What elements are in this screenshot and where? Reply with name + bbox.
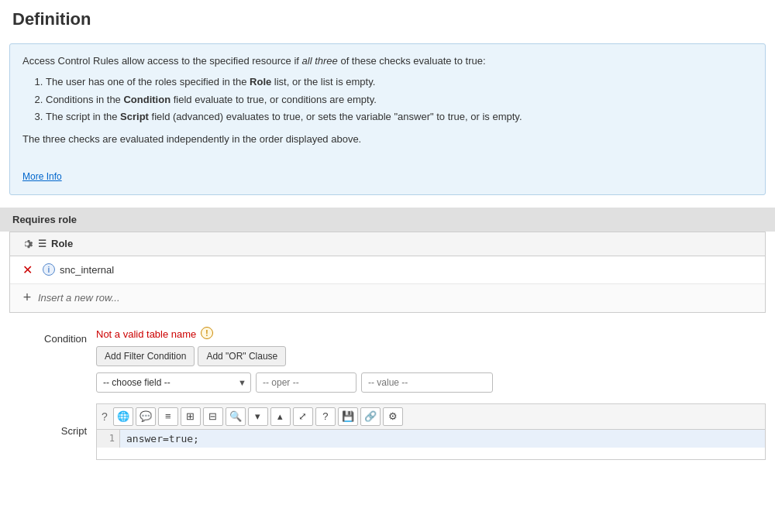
condition-label: Condition	[9, 327, 87, 345]
line-numbers: 1	[97, 430, 120, 448]
script-editor-content: 1 answer=true;	[97, 430, 765, 448]
field-select[interactable]: -- choose field --	[96, 372, 251, 393]
role-value: snc_internal	[60, 264, 114, 276]
info-item-3: The script in the Script field (advanced…	[46, 109, 753, 125]
menu-icon: ☰	[38, 239, 46, 249]
comment-toolbar-btn[interactable]: 💬	[136, 407, 156, 426]
search-toolbar-btn[interactable]: 🔍	[226, 407, 246, 426]
value-input[interactable]	[361, 372, 493, 393]
more-info-link[interactable]: More Info	[22, 171, 62, 182]
save-toolbar-btn[interactable]: 💾	[338, 407, 358, 426]
condition-content: Not a valid table name ! Add Filter Cond…	[96, 327, 766, 393]
svg-text:!: !	[206, 329, 208, 338]
help-toolbar-btn[interactable]: ?	[315, 407, 336, 426]
role-col-label: ☰ Role	[38, 238, 73, 249]
insert-row[interactable]: + Insert a new row...	[10, 284, 765, 312]
expand-toolbar-btn[interactable]: ⤢	[293, 407, 313, 426]
table-row: ✕ i snc_internal	[10, 256, 765, 284]
script-toolbar: ? 🌐 💬 ≡ ⊞ ⊟ 🔍 ▾ ▴ ⤢ ? 💾 🔗 ⚙	[96, 403, 766, 429]
code-area[interactable]: answer=true;	[120, 430, 765, 448]
script-label: Script	[9, 403, 87, 437]
code-toolbar-btn[interactable]: ≡	[158, 407, 178, 426]
info-box: Access Control Rules allow access to the…	[9, 43, 766, 195]
not-valid-text: Not a valid table name	[96, 328, 196, 340]
link-toolbar-btn[interactable]: 🔗	[360, 407, 381, 426]
oper-input[interactable]	[256, 372, 356, 393]
add-row-button[interactable]: +	[16, 290, 38, 306]
delete-row-button[interactable]: ✕	[16, 263, 38, 277]
add-filter-condition-button[interactable]: Add Filter Condition	[96, 346, 195, 366]
info-note: The three checks are evaluated independe…	[22, 132, 753, 148]
globe-toolbar-btn[interactable]: 🌐	[113, 407, 133, 426]
insert-toolbar-btn[interactable]: ⊞	[181, 407, 201, 426]
settings-toolbar-btn[interactable]: ⚙	[383, 407, 403, 426]
info-intro: Access Control Rules allow access to the…	[22, 53, 753, 70]
add-or-clause-button[interactable]: Add "OR" Clause	[198, 346, 286, 366]
condition-section: Condition Not a valid table name ! Add F…	[9, 327, 766, 393]
role-column-header: ☰ Role	[10, 232, 765, 256]
requires-role-header: Requires role	[0, 208, 775, 232]
script-editor[interactable]: 1 answer=true;	[96, 429, 766, 460]
row-info-button[interactable]: i	[38, 263, 60, 276]
not-valid-table-notice: Not a valid table name !	[96, 327, 766, 342]
svg-text:i: i	[48, 266, 50, 274]
table-toolbar-btn[interactable]: ⊟	[203, 407, 223, 426]
field-select-wrapper: -- choose field -- ▼	[96, 372, 251, 393]
script-section: Script ? 🌐 💬 ≡ ⊞ ⊟ 🔍 ▾ ▴ ⤢ ? 💾 🔗 ⚙ 1 ans…	[9, 403, 766, 460]
role-table: ☰ Role ✕ i snc_internal + Insert a new r…	[9, 232, 766, 313]
info-item-1: The user has one of the roles specified …	[46, 74, 753, 91]
down-toolbar-btn[interactable]: ▾	[248, 407, 268, 426]
info-list: The user has one of the roles specified …	[46, 74, 753, 125]
condition-filters: -- choose field -- ▼	[96, 372, 766, 393]
script-help-icon[interactable]: ?	[102, 410, 108, 423]
info-item-2: Conditions in the Condition field evalua…	[46, 92, 753, 108]
insert-row-label: Insert a new row...	[38, 292, 120, 304]
gear-icon[interactable]	[16, 237, 38, 251]
script-editor-wrapper: ? 🌐 💬 ≡ ⊞ ⊟ 🔍 ▾ ▴ ⤢ ? 💾 🔗 ⚙ 1 answer=tru…	[96, 403, 766, 460]
up-toolbar-btn[interactable]: ▴	[270, 407, 291, 426]
condition-buttons: Add Filter Condition Add "OR" Clause	[96, 346, 766, 366]
not-valid-info-icon[interactable]: !	[201, 327, 213, 342]
page-title: Definition	[0, 0, 775, 37]
